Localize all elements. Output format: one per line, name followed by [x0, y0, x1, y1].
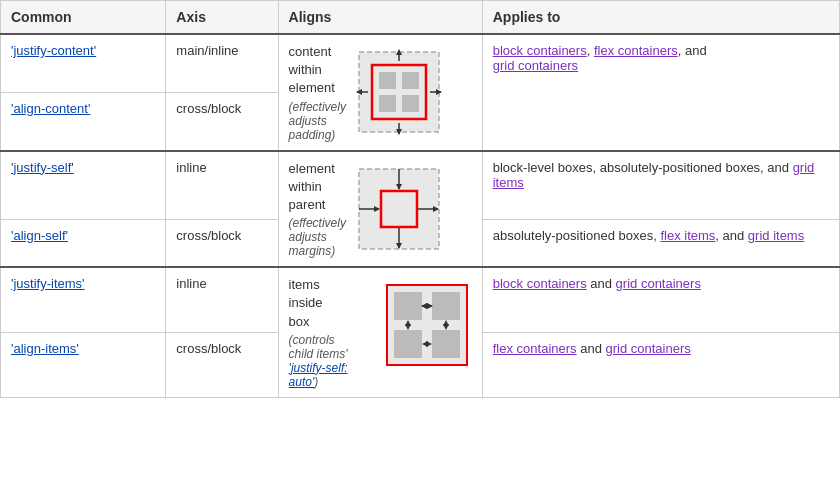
align-desc-2: elementwithinparent (effectivelyadjustsm… — [289, 160, 346, 259]
block-containers-link[interactable]: block containers — [493, 43, 587, 58]
diagram-svg-3 — [382, 280, 472, 370]
common-cell-justify-items: 'justify-items' — [1, 267, 166, 333]
common-cell-align-content: 'align-content' — [1, 92, 166, 150]
flex-items-link[interactable]: flex items — [660, 228, 715, 243]
table-row: 'justify-items' inline itemsinsidebox (c… — [1, 267, 840, 333]
align-note-1: (effectivelyadjustspadding) — [289, 100, 346, 142]
common-cell-justify-self: 'justify-self' — [1, 151, 166, 220]
table-row: 'justify-content' main/inline contentwit… — [1, 34, 840, 92]
block-containers-link-2[interactable]: block containers — [493, 276, 587, 291]
svg-rect-3 — [402, 72, 419, 89]
grid-items-link-2[interactable]: grid items — [748, 228, 804, 243]
flex-containers-link-1[interactable]: flex containers — [594, 43, 678, 58]
align-text-1: contentwithinelement — [289, 43, 346, 98]
grid-items-link-1[interactable]: grid items — [493, 160, 815, 190]
diagram-items — [382, 276, 472, 374]
applies-text-block-containers: block containers, flex containers, and g… — [493, 43, 707, 73]
axis-cell-3: inline — [166, 151, 278, 220]
header-aligns: Aligns — [278, 1, 482, 35]
axis-cell-5: inline — [166, 267, 278, 333]
applies-cell-align-self: absolutely-positioned boxes, flex items,… — [482, 220, 839, 267]
svg-rect-27 — [432, 292, 460, 320]
aligns-cell-self: elementwithinparent (effectivelyadjustsm… — [278, 151, 482, 268]
svg-rect-26 — [394, 292, 422, 320]
justify-self-auto-link[interactable]: 'justify-self: auto' — [289, 361, 348, 389]
axis-cell-1: main/inline — [166, 34, 278, 92]
header-applies-to: Applies to — [482, 1, 839, 35]
align-desc-3: itemsinsidebox (controlschild items''jus… — [289, 276, 374, 389]
align-desc-1: contentwithinelement (effectivelyadjusts… — [289, 43, 346, 142]
svg-rect-4 — [379, 95, 396, 112]
align-note-2: (effectivelyadjustsmargins) — [289, 216, 346, 258]
header-axis: Axis — [166, 1, 278, 35]
align-content-link[interactable]: 'align-content' — [11, 101, 90, 116]
aligns-content-1: contentwithinelement (effectivelyadjusts… — [289, 43, 472, 142]
grid-containers-link-2[interactable]: grid containers — [616, 276, 701, 291]
aligns-cell-items: itemsinsidebox (controlschild items''jus… — [278, 267, 482, 397]
justify-self-link[interactable]: 'justify-self' — [11, 160, 74, 175]
header-common: Common — [1, 1, 166, 35]
axis-cell-6: cross/block — [166, 333, 278, 398]
alignment-table: Common Axis Aligns Applies to 'justify-c… — [0, 0, 840, 398]
grid-containers-link-1[interactable]: grid containers — [493, 58, 578, 73]
aligns-content-2: elementwithinparent (effectivelyadjustsm… — [289, 160, 472, 259]
justify-items-link[interactable]: 'justify-items' — [11, 276, 85, 291]
justify-content-link[interactable]: 'justify-content' — [11, 43, 96, 58]
header-row: Common Axis Aligns Applies to — [1, 1, 840, 35]
svg-rect-2 — [379, 72, 396, 89]
diagram-svg-1 — [354, 47, 444, 137]
svg-rect-29 — [432, 330, 460, 358]
flex-containers-link-2[interactable]: flex containers — [493, 341, 577, 356]
diagram-self — [354, 160, 444, 258]
diagram-content — [354, 43, 444, 141]
main-table-container: Common Axis Aligns Applies to 'justify-c… — [0, 0, 840, 398]
applies-cell-justify-self: block-level boxes, absolutely-positioned… — [482, 151, 839, 220]
applies-cell-content: block containers, flex containers, and g… — [482, 34, 839, 151]
align-note-3: (controlschild items''justify-self: auto… — [289, 333, 374, 389]
common-cell-align-self: 'align-self' — [1, 220, 166, 267]
align-text-3: itemsinsidebox — [289, 276, 374, 331]
align-items-link[interactable]: 'align-items' — [11, 341, 79, 356]
common-cell-justify-content: 'justify-content' — [1, 34, 166, 92]
axis-cell-2: cross/block — [166, 92, 278, 150]
applies-cell-justify-items: block containers and grid containers — [482, 267, 839, 333]
table-row: 'justify-self' inline elementwithinparen… — [1, 151, 840, 220]
axis-cell-4: cross/block — [166, 220, 278, 267]
svg-rect-28 — [394, 330, 422, 358]
common-cell-align-items: 'align-items' — [1, 333, 166, 398]
aligns-content-3: itemsinsidebox (controlschild items''jus… — [289, 276, 472, 389]
align-self-link[interactable]: 'align-self' — [11, 228, 68, 243]
applies-cell-align-items: flex containers and grid containers — [482, 333, 839, 398]
align-text-2: elementwithinparent — [289, 160, 346, 215]
diagram-svg-2 — [354, 164, 444, 254]
aligns-cell-content: contentwithinelement (effectivelyadjusts… — [278, 34, 482, 151]
grid-containers-link-3[interactable]: grid containers — [605, 341, 690, 356]
svg-rect-5 — [402, 95, 419, 112]
